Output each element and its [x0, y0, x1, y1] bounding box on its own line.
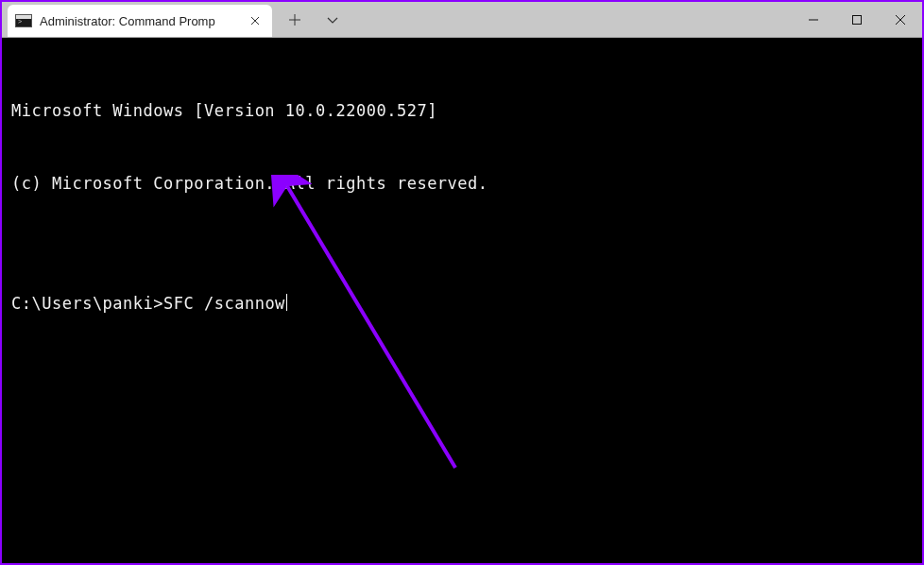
terminal-line: Microsoft Windows [Version 10.0.22000.52… [11, 99, 913, 124]
window-controls [792, 2, 922, 37]
titlebar-drag-area[interactable] [342, 2, 792, 37]
svg-line-1 [287, 186, 455, 468]
terminal-cursor [286, 294, 287, 311]
terminal-line: (c) Microsoft Corporation. All rights re… [11, 172, 913, 197]
svg-rect-0 [853, 15, 862, 24]
terminal-output[interactable]: Microsoft Windows [Version 10.0.22000.52… [2, 38, 922, 563]
terminal-command: SFC /scannow [163, 292, 285, 317]
tab-active[interactable]: Administrator: Command Promp [8, 5, 272, 37]
window-titlebar: Administrator: Command Promp [2, 2, 922, 38]
cmd-icon [15, 14, 32, 27]
maximize-button[interactable] [835, 2, 879, 37]
annotation-arrow-icon [266, 175, 474, 487]
minimize-button[interactable] [792, 2, 835, 37]
tab-title: Administrator: Command Promp [40, 14, 240, 28]
tab-actions [272, 2, 342, 37]
close-window-button[interactable] [879, 2, 922, 37]
terminal-prompt: C:\Users\panki> [11, 292, 163, 317]
terminal-prompt-line: C:\Users\panki>SFC /scannow [11, 292, 913, 317]
tab-strip: Administrator: Command Promp [2, 2, 272, 37]
tab-dropdown-button[interactable] [323, 10, 342, 29]
new-tab-button[interactable] [285, 10, 304, 29]
close-icon[interactable] [248, 13, 263, 28]
